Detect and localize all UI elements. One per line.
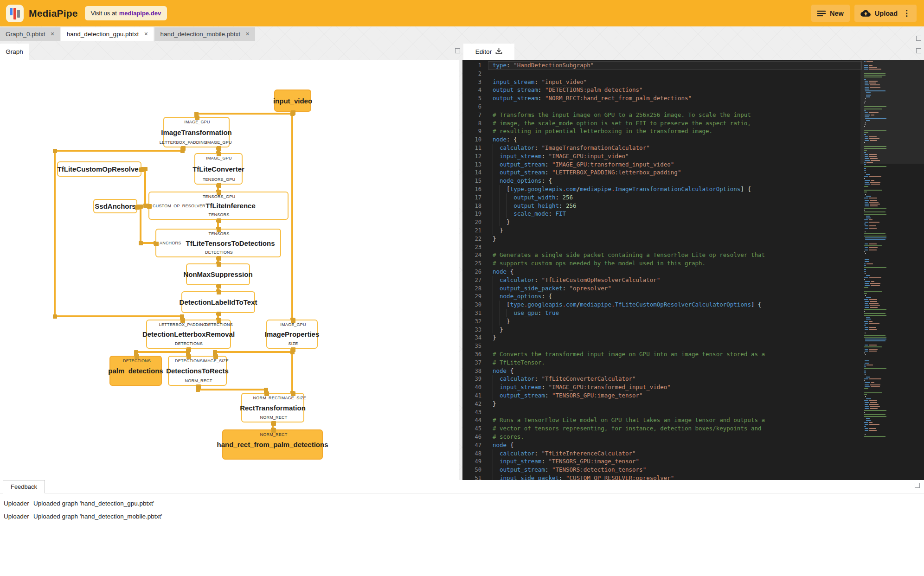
indent-guide xyxy=(493,168,493,177)
mediapipe-link[interactable]: mediapipe.dev xyxy=(119,10,161,17)
code-line: 12 input_stream: "IMAGE_GPU:input_video" xyxy=(462,152,924,160)
graph-edge xyxy=(198,389,266,390)
minimap-line xyxy=(864,245,882,246)
minimap-line xyxy=(866,216,870,217)
graph-node-RectTransformation[interactable]: RectTransformationNORM_RECTIMAGE_SIZENOR… xyxy=(241,393,304,422)
tab-feedback[interactable]: Feedback xyxy=(3,480,45,493)
code-line: 50 output_stream: "TENSORS:detection_ten… xyxy=(462,466,924,474)
expand-editor-icon[interactable] xyxy=(916,48,921,53)
close-icon[interactable]: ✕ xyxy=(245,31,250,37)
port-label: LETTERBOX_PADDING xyxy=(160,140,207,145)
expand-feedback-icon[interactable] xyxy=(915,483,920,488)
code-editor[interactable]: 1type: "HandDetectionSubgraph"23input_st… xyxy=(462,60,924,480)
minimap-line xyxy=(865,333,866,333)
minimap-line xyxy=(864,219,873,220)
minimap-line xyxy=(864,372,866,373)
port-label: TENSORS xyxy=(209,231,230,236)
indent-guide xyxy=(493,326,493,334)
graph-edge xyxy=(136,351,188,353)
minimap-line xyxy=(865,237,886,238)
code-line: 40 input_stream: "IMAGE_GPU:transformed_… xyxy=(462,383,924,391)
code-line: 30 [type.googleapis.com/mediapipe.TfLite… xyxy=(462,301,924,309)
minimap-line xyxy=(864,335,886,336)
indent-guide xyxy=(493,193,493,202)
close-icon[interactable]: ✕ xyxy=(144,31,148,37)
tab-graph[interactable]: Graph xyxy=(0,44,29,60)
file-tab-hand_detection_mobile.pbtxt[interactable]: hand_detection_mobile.pbtxt✕ xyxy=(154,27,255,41)
port-label: DETECTIONS xyxy=(205,322,233,327)
graph-edge xyxy=(55,315,182,317)
minimap-line xyxy=(866,196,871,197)
code-line: 5output_stream: "NORM_RECT:hand_rect_fro… xyxy=(462,94,924,102)
graph-edge xyxy=(54,151,56,316)
graph-node-SsdAnchors[interactable]: SsdAnchors xyxy=(93,199,137,213)
minimap-line xyxy=(865,231,866,232)
mediapipe-logo-icon xyxy=(6,5,24,22)
minimap-line xyxy=(865,239,885,240)
port-label: IMAGE_GPU xyxy=(184,120,210,124)
graph-node-NonMaxSuppression[interactable]: NonMaxSuppression xyxy=(186,263,250,285)
graph-node-TfLiteCustomOpResolver[interactable]: TfLiteCustomOpResolver xyxy=(57,161,141,177)
minimap-line xyxy=(864,368,886,369)
minimap-line xyxy=(865,228,877,229)
graph-edge xyxy=(215,351,292,353)
code-line: 1type: "HandDetectionSubgraph" xyxy=(462,61,924,70)
graph-node-palm_detections[interactable]: palm_detectionsDETECTIONS xyxy=(109,356,162,386)
code-line: 26node { xyxy=(462,268,924,276)
port-label: TENSORS_GPU xyxy=(203,177,235,182)
minimap-line xyxy=(864,236,886,237)
minimap-line xyxy=(864,279,865,280)
graph-node-DetectionLetterboxRemoval[interactable]: DetectionLetterboxRemovalLETTERBOX_PADDI… xyxy=(146,320,231,349)
download-icon[interactable] xyxy=(495,48,502,56)
minimap-line xyxy=(864,198,877,198)
code-line: 8# image, the scale_mode option is set t… xyxy=(462,119,924,128)
minimap-line xyxy=(865,434,866,435)
node-title: TfLiteCustomOpResolver xyxy=(58,162,141,176)
port-icon xyxy=(217,146,221,151)
minimap-viewport[interactable] xyxy=(860,60,924,164)
indent-guide xyxy=(493,449,493,458)
minimap-line xyxy=(865,402,877,403)
expand-tabs-icon[interactable] xyxy=(916,36,921,41)
upload-more-icon[interactable]: ⋮ xyxy=(903,9,911,17)
graph-node-input_video[interactable]: input_video xyxy=(274,90,311,112)
minimap-line xyxy=(864,170,866,171)
code-line: 3input_stream: "input_video" xyxy=(462,78,924,86)
code-line: 51 input_side_packet: "CUSTOM_OP_RESOLVE… xyxy=(462,474,924,480)
minimap-line xyxy=(865,303,879,304)
indent-guide xyxy=(493,317,493,326)
tab-editor[interactable]: Editor xyxy=(463,44,514,60)
port-icon xyxy=(217,312,221,316)
graph-node-DetectionsToRects[interactable]: DetectionsToRectsDETECTIONSIMAGE_SIZENOR… xyxy=(168,356,227,386)
code-line: 44# Runs a TensorFlow Lite model on GPU … xyxy=(462,416,924,424)
minimap-line xyxy=(864,380,865,381)
indent-guide xyxy=(500,301,500,309)
minimap-line xyxy=(865,345,877,346)
minimap-line xyxy=(865,360,869,361)
upload-button[interactable]: Upload ⋮ xyxy=(854,5,917,22)
feedback-panel: Feedback UploaderUploaded graph 'hand_de… xyxy=(0,480,924,576)
graph-node-hand_rect_from_palm_detections[interactable]: hand_rect_from_palm_detectionsNORM_RECT xyxy=(222,429,323,460)
port-label: DETECTIONS xyxy=(175,341,203,346)
indent-guide xyxy=(493,218,493,226)
graph-node-ImageProperties[interactable]: ImagePropertiesIMAGE_GPUSIZE xyxy=(266,320,318,349)
minimap-line xyxy=(864,309,886,310)
graph-node-TfLiteConverter[interactable]: TfLiteConverterIMAGE_GPUTENSORS_GPU xyxy=(194,153,243,185)
minimap-line xyxy=(865,281,874,282)
indent-guide xyxy=(493,284,493,293)
close-icon[interactable]: ✕ xyxy=(51,31,55,37)
graph-node-TfLiteInference[interactable]: TfLiteInferenceTENSORS_GPUTENSORSCUSTOM_… xyxy=(148,192,289,220)
file-tab-hand_detection_gpu.pbtxt[interactable]: hand_detection_gpu.pbtxt✕ xyxy=(61,27,154,41)
file-tab-Graph_0.pbtxt[interactable]: Graph_0.pbtxt✕ xyxy=(0,27,60,41)
feedback-divider xyxy=(0,493,924,493)
minimap-line xyxy=(865,307,877,308)
minimap-line xyxy=(865,243,877,244)
graph-node-TfLiteTensorsToDetections[interactable]: TfLiteTensorsToDetectionsTENSORSDETECTIO… xyxy=(155,229,281,257)
minimap-line xyxy=(865,261,869,262)
graph-node-DetectionLabelIdToText[interactable]: DetectionLabelIdToText xyxy=(181,291,255,313)
minimap-line xyxy=(866,275,870,276)
expand-graph-icon[interactable] xyxy=(455,48,460,53)
graph-node-ImageTransformation[interactable]: ImageTransformationIMAGE_GPULETTERBOX_PA… xyxy=(163,117,230,147)
new-button[interactable]: New xyxy=(811,5,850,22)
indent-guide xyxy=(493,292,493,301)
